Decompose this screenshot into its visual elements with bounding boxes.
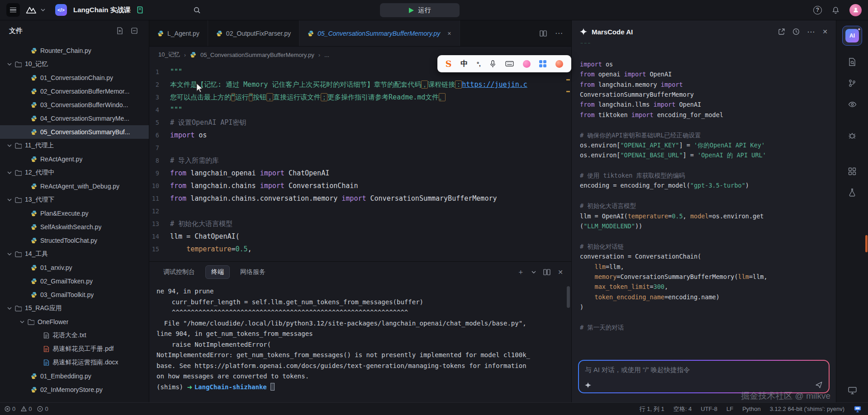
more-actions-icon[interactable]: ⋯ <box>555 28 563 38</box>
panel-scroll-marker[interactable] <box>865 235 868 252</box>
chevron-down-icon[interactable] <box>531 271 536 274</box>
tree-file[interactable]: 花语大全.txt <box>0 329 149 342</box>
workspace-logo[interactable] <box>25 6 45 14</box>
tree-folder[interactable]: 13_代理下 <box>0 193 149 207</box>
status-item[interactable]: 3.12.2 64-bit ('shims': pyenv) <box>770 406 844 412</box>
editor-tab[interactable]: 05_ConversationSummaryBufferMemory.py× <box>299 20 460 46</box>
new-terminal-icon[interactable]: ＋ <box>517 268 524 277</box>
microphone-icon[interactable] <box>489 60 496 68</box>
source-control-icon[interactable] <box>848 79 857 88</box>
ime-hot-icon[interactable] <box>555 60 563 68</box>
chev-icon <box>7 307 12 310</box>
collapse-all-icon[interactable] <box>131 27 138 34</box>
keyboard-icon[interactable] <box>505 61 514 67</box>
breadcrumb-item[interactable]: ... <box>324 52 329 58</box>
more-options-icon[interactable]: ⋯ <box>807 27 815 37</box>
split-editor-icon[interactable] <box>540 30 547 37</box>
tree-file[interactable]: ReActAgent_with_Debug.py <box>0 179 149 193</box>
ime-punctuation-icon[interactable]: °, <box>477 61 481 67</box>
tree-folder[interactable]: 14_工具 <box>0 247 149 261</box>
extensions-grid-icon[interactable] <box>848 167 857 176</box>
open-external-icon[interactable] <box>778 28 785 35</box>
ime-mode-toggle[interactable]: 中 <box>460 59 468 69</box>
ime-emoji-icon[interactable] <box>523 60 531 68</box>
status-item[interactable]: 空格: 4 <box>674 405 692 413</box>
breadcrumb-item[interactable]: 10_记忆 <box>158 51 180 59</box>
tree-file[interactable]: 03_GmailToolkit.py <box>0 288 149 302</box>
tree-file[interactable]: 02_ConversationBufferMemor... <box>0 85 149 98</box>
tree-file[interactable]: 04_ConversationSummaryMe... <box>0 112 149 125</box>
editor-tab[interactable]: 02_OutputFixParser.py <box>208 20 299 46</box>
code-line <box>580 231 828 241</box>
debug-bug-icon[interactable] <box>848 131 857 140</box>
search-icon[interactable] <box>193 6 201 14</box>
tree-file[interactable]: 01_arxiv.py <box>0 261 149 274</box>
close-panel-icon[interactable]: ✕ <box>558 269 563 276</box>
problems-warning[interactable]: 0 <box>21 406 32 412</box>
tree-file[interactable]: 易速鲜花员工手册.pdf <box>0 342 149 356</box>
tree-file[interactable]: 01_Embedding.py <box>0 369 149 383</box>
code-line: # 第一天的对话 <box>580 322 828 332</box>
terminal-scrollbar[interactable] <box>567 286 570 308</box>
code-link[interactable]: https://juejin.c <box>462 80 527 89</box>
ai-assistant-panel: MarsCode AI ⋯ ✕ """import osfrom openai … <box>571 20 836 402</box>
tree-folder[interactable]: 10_记忆 <box>0 57 149 71</box>
bell-icon[interactable] <box>832 6 840 14</box>
tree-file[interactable]: 01_ConversationChain.py <box>0 71 149 85</box>
ime-apps-grid-icon[interactable] <box>539 60 546 67</box>
editor-tab[interactable]: L_Agent.py <box>149 20 208 46</box>
status-item[interactable]: 行 1, 列 1 <box>640 405 664 413</box>
remote-indicator-icon[interactable] <box>854 406 862 413</box>
preview-eye-icon[interactable] <box>848 100 857 109</box>
problems-info[interactable]: 0 <box>37 406 48 412</box>
code-line: 6import os <box>149 129 571 141</box>
help-icon[interactable]: ? <box>813 6 822 14</box>
close-ai-panel-icon[interactable]: ✕ <box>822 28 828 35</box>
status-item[interactable]: UTF-8 <box>701 406 717 412</box>
tree-file[interactable]: 05_ConversationSummaryBuf... <box>0 125 149 139</box>
ai-input-placeholder: 与 AI 对话，或使用 “/” 唤起快捷指令 <box>585 366 823 374</box>
tree-file[interactable]: Rounter_Chain.py <box>0 44 149 57</box>
doc-search-icon[interactable] <box>848 57 857 66</box>
tree-folder[interactable]: 15_RAG应用 <box>0 302 149 315</box>
terminal[interactable]: ne 94, in prune curr_buffer_length = sel… <box>149 283 571 402</box>
panel-tab[interactable]: 调试控制台 <box>157 265 201 279</box>
tree-folder[interactable]: OneFlower <box>0 315 149 329</box>
code-editor[interactable]: 1"""2本文件是【记忆: 通过 Memory 记住客户上次买花时的对话细节】章… <box>149 63 571 261</box>
tree-file[interactable]: 02_GmailToken.py <box>0 274 149 288</box>
remote-monitor-icon[interactable] <box>848 386 857 395</box>
run-button[interactable]: 运行 <box>380 3 460 17</box>
panel-tab[interactable]: 网络服务 <box>234 265 271 279</box>
panel-tab[interactable]: 终端 <box>205 265 230 279</box>
ai-assistant-tab[interactable]: AI✦ <box>842 26 862 46</box>
status-item[interactable]: LF <box>726 406 733 412</box>
problems-summary[interactable]: 000 <box>5 406 48 412</box>
ai-input-logo-icon <box>585 382 591 388</box>
tree-file[interactable]: 易速鲜花运营指南.docx <box>0 356 149 369</box>
ime-logo-icon[interactable]: S <box>446 59 452 69</box>
tree-folder[interactable]: 12_代理中 <box>0 166 149 179</box>
tree-file[interactable]: Plan&Execute.py <box>0 207 149 220</box>
split-panel-icon[interactable] <box>543 269 550 275</box>
avatar[interactable] <box>849 4 862 16</box>
status-item[interactable]: Python <box>742 406 760 412</box>
tree-item-label: 花语大全.txt <box>52 331 86 340</box>
test-flask-icon[interactable] <box>848 188 857 197</box>
ai-chat-input[interactable]: 与 AI 对话，或使用 “/” 唤起快捷指令 <box>579 361 829 393</box>
breadcrumb-item[interactable]: 05_ConversationSummaryBufferMemory.py <box>200 52 314 58</box>
code-line: 10from langchain.chains import Conversat… <box>149 179 571 192</box>
close-tab-icon[interactable]: × <box>447 30 451 37</box>
tree-file[interactable]: 03_ConversationBufferWindo... <box>0 98 149 112</box>
tree-file[interactable]: ReActAgent.py <box>0 152 149 166</box>
new-file-icon[interactable] <box>116 27 123 34</box>
menu-button[interactable] <box>6 3 20 17</box>
send-icon[interactable] <box>815 381 823 389</box>
history-icon[interactable] <box>792 28 800 35</box>
tree-file[interactable]: 02_InMemoryStore.py <box>0 383 149 396</box>
tree-file[interactable]: SelfAskwithSearch.py <box>0 220 149 234</box>
code-line: 11from langchain.chains.conversation.mem… <box>149 192 571 205</box>
tree-folder[interactable]: 11_代理上 <box>0 139 149 152</box>
code-line: os.environ["OPENAI_BASE_URL"] = 'OpenAI … <box>580 150 828 160</box>
tree-file[interactable]: StructedToolChat.py <box>0 234 149 247</box>
problems-error[interactable]: 0 <box>5 406 15 412</box>
